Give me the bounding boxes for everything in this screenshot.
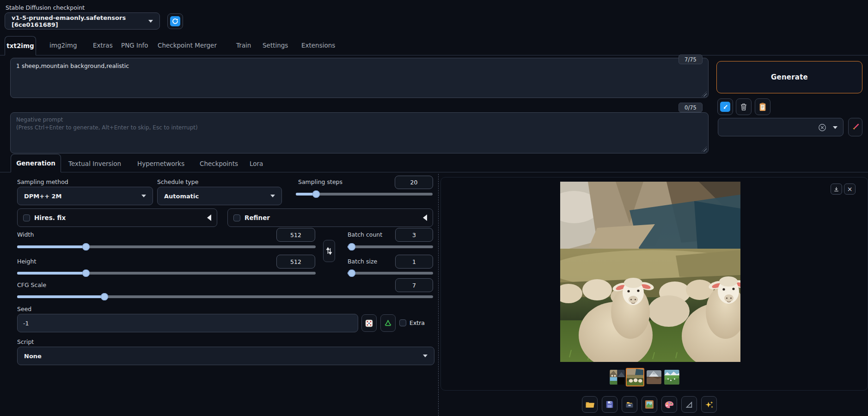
tab-img2img[interactable]: img2img [49, 42, 77, 49]
batch-count-label: Batch count [348, 231, 382, 238]
tab-checkpoints[interactable]: Checkpoints [200, 160, 238, 167]
styles-dropdown[interactable] [718, 118, 844, 136]
tab-extras[interactable]: Extras [93, 42, 113, 49]
send-to-extras-button[interactable] [681, 396, 697, 413]
download-image-button[interactable] [831, 184, 842, 195]
hires-fix-panel[interactable]: Hires. fix [17, 208, 217, 227]
sampling-method-select[interactable]: DPM++ 2M [17, 187, 153, 205]
checkpoint-select[interactable]: v1-5-pruned-emaonly.safetensors [6ce0161… [5, 12, 160, 30]
generate-button[interactable]: Generate [716, 61, 862, 93]
sparkles-icon [705, 400, 714, 409]
refiner-panel[interactable]: Refiner [227, 208, 433, 227]
script-label: Script [17, 338, 34, 345]
recycle-icon [384, 319, 392, 328]
chevron-down-icon [423, 355, 428, 357]
tab-checkpoint-merger[interactable]: Checkpoint Merger [158, 42, 217, 49]
width-slider[interactable] [17, 243, 316, 251]
prompt-token-counter: 7/75 [679, 55, 703, 64]
script-select[interactable]: None [17, 347, 434, 365]
thumbnail-field[interactable] [664, 370, 679, 385]
chevron-down-icon [270, 195, 275, 197]
close-icon: × [847, 186, 853, 192]
upscale-button[interactable] [701, 396, 717, 413]
tab-generation[interactable]: Generation [11, 154, 61, 172]
cfg-scale-label: CFG Scale [17, 281, 46, 288]
generated-image[interactable] [560, 182, 740, 362]
send-to-inpaint-button[interactable] [661, 396, 677, 413]
height-label: Height [17, 258, 36, 265]
edit-styles-button[interactable] [848, 118, 862, 136]
sampling-method-label: Sampling method [17, 178, 68, 185]
save-image-button[interactable] [602, 396, 617, 413]
seed-input[interactable] [17, 314, 358, 332]
extra-seed-checkbox[interactable] [399, 319, 406, 326]
dice-icon [365, 319, 373, 328]
negative-prompt-textarea[interactable]: Negative prompt (Press Ctrl+Enter to gen… [10, 112, 709, 153]
thumbnail-grid[interactable] [610, 370, 625, 385]
height-input[interactable] [276, 255, 315, 269]
apply-styles-button[interactable] [755, 98, 770, 115]
tab-hypernetworks[interactable]: Hypernetworks [137, 160, 184, 167]
negative-token-counter: 0/75 [679, 103, 703, 112]
collapse-left-icon[interactable] [423, 214, 427, 221]
tab-txt2img[interactable]: txt2img [5, 36, 36, 55]
seed-label: Seed [17, 306, 31, 312]
negative-resize-handle[interactable] [702, 147, 707, 152]
swap-dimensions-button[interactable] [323, 240, 335, 262]
send-to-img2img-button[interactable] [642, 396, 657, 413]
refiner-label: Refiner [245, 214, 419, 221]
hires-fix-label: Hires. fix [34, 214, 203, 221]
triangle-ruler-icon [685, 400, 693, 409]
checkpoint-value: v1-5-pruned-emaonly.safetensors [6ce0161… [12, 14, 148, 28]
height-slider[interactable] [17, 269, 316, 277]
schedule-type-value: Automatic [164, 193, 270, 200]
palette-icon [665, 401, 674, 409]
stable-diffusion-webui: Stable Diffusion checkpoint v1-5-pruned-… [0, 0, 868, 416]
refresh-checkpoint-button[interactable] [167, 13, 183, 29]
schedule-type-label: Schedule type [157, 178, 198, 185]
tab-extensions[interactable]: Extensions [301, 42, 335, 49]
negative-placeholder-line1: Negative prompt [16, 116, 63, 123]
cfg-scale-input[interactable] [395, 278, 433, 292]
tab-settings[interactable]: Settings [263, 42, 288, 49]
open-folder-button[interactable] [582, 396, 598, 413]
x-circle-icon[interactable] [818, 123, 826, 132]
random-seed-button[interactable] [361, 314, 377, 332]
close-preview-button[interactable]: × [844, 184, 856, 195]
column-divider [438, 174, 439, 416]
trash-icon [739, 102, 748, 111]
download-icon [833, 186, 839, 192]
swap-arrows-icon [326, 247, 332, 255]
archive-box-icon [625, 400, 634, 409]
sampling-steps-input[interactable] [395, 176, 433, 189]
batch-size-label: Batch size [348, 258, 377, 265]
hires-fix-checkbox[interactable] [23, 214, 30, 221]
refiner-checkbox[interactable] [233, 214, 240, 221]
reuse-seed-button[interactable] [380, 314, 396, 332]
save-zip-button[interactable] [622, 396, 637, 413]
tab-lora[interactable]: Lora [250, 160, 263, 167]
width-label: Width [17, 231, 34, 238]
tab-panel-border [0, 55, 868, 55]
width-input[interactable] [276, 228, 315, 242]
generation-panel-border [0, 172, 868, 172]
tab-textual-inversion[interactable]: Textual Inversion [68, 160, 121, 167]
tab-train[interactable]: Train [236, 42, 251, 49]
read-params-button[interactable] [717, 98, 733, 115]
sampling-method-value: DPM++ 2M [24, 193, 141, 200]
batch-count-input[interactable] [395, 228, 433, 242]
chevron-down-icon [141, 195, 146, 197]
sampling-steps-slider[interactable] [296, 190, 433, 198]
clear-prompt-button[interactable] [736, 98, 752, 115]
thumbnail-selected[interactable] [626, 368, 644, 386]
collapse-left-icon[interactable] [207, 214, 211, 221]
batch-size-slider[interactable] [348, 269, 433, 277]
batch-count-slider[interactable] [348, 243, 433, 251]
cfg-scale-slider[interactable] [17, 293, 433, 300]
prompt-textarea[interactable]: 1 sheep,mountain background,realistic [10, 58, 709, 98]
thumbnail-mountain[interactable] [647, 370, 661, 384]
schedule-type-select[interactable]: Automatic [157, 187, 282, 205]
tab-png-info[interactable]: PNG Info [121, 42, 148, 49]
batch-size-input[interactable] [395, 255, 433, 269]
script-value: None [24, 353, 423, 360]
